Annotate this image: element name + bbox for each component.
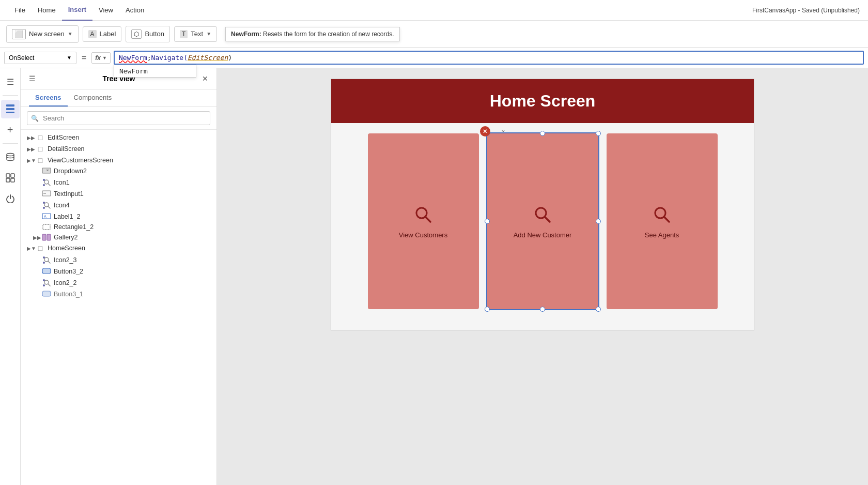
delete-badge[interactable]: ✕ [480,126,490,137]
gallery-icon [41,234,52,241]
svg-line-30 [48,284,50,286]
svg-rect-21 [43,224,50,230]
tree-item-label1-2[interactable]: A Label1_2 [21,211,216,222]
formula-navigate: Navigate( [151,54,188,62]
card-see-agents[interactable]: See Agents [607,133,718,309]
rail-layers[interactable] [1,100,20,118]
formula-input-area: NewForm;Navigate(EditScreen) NewForm [114,51,864,65]
formula-input[interactable]: NewForm;Navigate(EditScreen) [114,51,864,65]
menu-action[interactable]: Action [119,0,150,21]
search-icon: 🔍 [31,115,39,122]
handle-bottom-right[interactable] [596,307,601,312]
tree-panel: ☰ Tree view ✕ Screens Components 🔍 ▶ □ E… [21,68,217,485]
menu-view[interactable]: View [92,0,119,21]
formula-property-dropdown[interactable]: OnSelect ▼ [4,52,76,64]
tree-item-icon1[interactable]: Icon1 [21,176,216,189]
tab-components[interactable]: Components [68,89,118,107]
screen-icon: □ [35,145,45,153]
view-customers-icon [413,204,433,225]
svg-point-17 [43,202,45,204]
text-button[interactable]: T Text ▼ [174,26,217,42]
dropdown-chevron-badge: ⌄ [501,126,506,133]
search-input[interactable] [27,111,210,125]
item-label: Gallery2 [54,234,212,241]
rail-database[interactable] [1,148,20,166]
rail-plus[interactable]: + [1,120,20,139]
tree-item-editscreen[interactable]: ▶ □ EditScreen [21,132,216,143]
svg-rect-22 [42,234,46,240]
rail-component[interactable] [1,169,20,187]
rectangle-icon [41,223,52,231]
tree-item-detailscreen[interactable]: ▶ □ DetailScreen [21,143,216,155]
tree-item-button3-1[interactable]: Button3_1 [21,289,216,299]
item-label: Dropdown2 [54,168,212,175]
handle-middle-right[interactable] [596,219,601,224]
tree-item-icon2-2[interactable]: Icon2_2 [21,277,216,289]
card-label-view-customers: View Customers [399,231,447,239]
expand-icon: ▼ [27,158,33,163]
tree-item-button3-2[interactable]: Button3_2 [21,266,216,277]
item-label: EditScreen [48,134,212,141]
tree-item-textinput1[interactable]: TextInput1 [21,189,216,199]
svg-line-16 [48,206,50,208]
tree-body: ▶ □ EditScreen ▶ □ DetailScreen ▼ □ View… [21,130,216,485]
handle-top-right[interactable] [596,131,601,136]
new-screen-caret: ▼ [68,31,73,37]
menu-file[interactable]: File [8,0,32,21]
svg-rect-28 [42,268,51,274]
button-button[interactable]: ⬡ Button [126,26,170,42]
button-label: Button [145,30,164,38]
fx-label: fx [95,54,101,62]
new-screen-icon: ⬜ [12,29,26,39]
tree-item-gallery2[interactable]: ▶ Gallery2 [21,232,216,242]
svg-line-37 [545,217,550,222]
tree-item-rectangle1-2[interactable]: Rectangle1_2 [21,222,216,232]
text-icon: T [180,30,188,38]
dropdown-icon [41,168,52,175]
svg-point-32 [43,284,45,286]
svg-line-10 [48,184,50,186]
handle-bottom-middle[interactable] [540,307,545,312]
svg-line-25 [48,261,50,263]
expand-icon: ▶ [27,146,33,152]
tree-close-button[interactable]: ✕ [202,74,208,83]
canvas-area: Home Screen View Customers [217,68,868,485]
rail-hamburger[interactable]: ☰ [1,72,20,91]
svg-point-12 [43,184,45,186]
rail-power[interactable] [1,189,20,208]
icon-icon [41,178,52,187]
tree-item-icon4[interactable]: Icon4 [21,199,216,211]
text-label: Text [191,30,203,38]
expand-icon: ▶ [27,135,33,141]
tree-hamburger-icon[interactable]: ☰ [29,74,36,83]
formula-semicolon: ; [147,54,151,62]
svg-point-31 [43,279,45,281]
svg-line-35 [425,217,430,222]
handle-bottom-left[interactable] [485,307,490,312]
menu-home[interactable]: Home [32,0,62,21]
fx-button[interactable]: fx ▼ [91,52,111,64]
icon-icon [41,201,52,210]
new-screen-button[interactable]: ⬜ New screen ▼ [6,25,79,43]
tree-item-viewcustomersscreen[interactable]: ▼ □ ViewCustomersScreen [21,155,216,166]
svg-point-18 [43,207,45,209]
icon-icon [41,255,52,265]
formula-hint-text: NewForm [119,67,148,75]
item-label: Icon2_3 [54,256,212,264]
card-view-customers[interactable]: View Customers [368,133,479,309]
rail-separator-1 [3,95,18,96]
label-button[interactable]: A Label [83,26,122,42]
tooltip-box: NewForm: Resets the form for the creatio… [225,27,399,41]
handle-top-middle[interactable] [540,131,545,136]
tree-item-dropdown2[interactable]: Dropdown2 [21,166,216,176]
card-add-new-customer[interactable]: ✕ ⌄ [487,133,598,309]
tree-item-homescreen[interactable]: ▼ □ HomeScreen [21,242,216,254]
svg-rect-2 [6,112,14,113]
formula-dropdown-hint: NewForm [114,65,196,78]
tab-screens[interactable]: Screens [29,89,68,107]
handle-middle-left[interactable] [485,219,490,224]
menu-insert[interactable]: Insert [62,0,92,21]
tree-item-icon2-3[interactable]: Icon2_3 [21,254,216,266]
label-icon: A [88,30,97,38]
item-label: DetailScreen [48,145,212,153]
